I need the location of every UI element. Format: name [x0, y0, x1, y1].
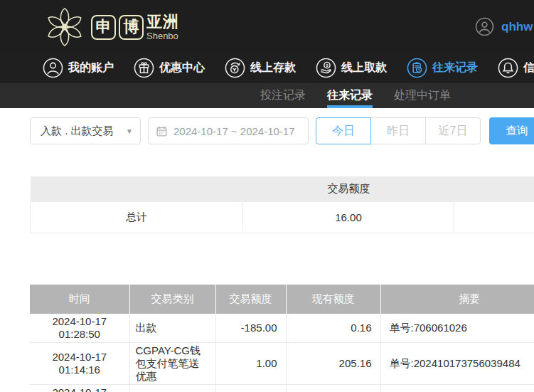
quick-date-button-group: 今日 昨日 近7日	[316, 117, 481, 144]
date-range-input[interactable]: 2024-10-17 ~ 2024-10-17	[148, 117, 309, 144]
col-header-amount: 交易额度	[215, 285, 286, 314]
summary-header-row: 交易额度	[31, 176, 534, 201]
cell-type: CGPAY支付	[129, 384, 215, 392]
promo-gift-icon	[134, 58, 154, 78]
cell-time: 2024-10-17 01:14:16	[30, 384, 129, 392]
cell-balance: 0.16	[286, 314, 380, 343]
col-header-type: 交易类别	[129, 285, 215, 314]
cell-type: 出款	[129, 314, 215, 343]
withdraw-hand-icon: $	[316, 58, 336, 78]
summary-total-label: 总计	[31, 201, 243, 233]
avatar-icon	[475, 17, 494, 36]
today-button[interactable]: 今日	[316, 117, 371, 144]
calendar-icon	[156, 125, 168, 137]
svg-text:$: $	[326, 63, 329, 67]
cell-type: CGPAY-CG钱包支付笔笔送优惠	[129, 342, 215, 384]
cell-balance: 205.16	[286, 342, 380, 384]
col-header-time: 时间	[30, 285, 129, 314]
main-nav: 我的账户 优惠中心 线上存款 $	[0, 53, 534, 82]
account-icon	[43, 58, 63, 78]
tab-transaction-records[interactable]: 往来记录	[327, 83, 373, 108]
cell-time: 2024-10-17 01:28:50	[30, 314, 129, 343]
search-button[interactable]: 查询	[489, 117, 534, 144]
col-header-balance: 现有额度	[286, 285, 380, 314]
nav-label: 我的账户	[68, 60, 114, 75]
select-value: 入款 . 出款交易	[41, 125, 114, 138]
nav-item-transaction-records[interactable]: 往来记录	[407, 58, 478, 78]
chevron-down-icon: ▼	[126, 127, 133, 135]
nav-item-my-account[interactable]: 我的账户	[43, 58, 114, 78]
summary-table: 交易额度 总计 16.00	[30, 176, 534, 233]
nav-label: 线上取款	[341, 60, 387, 75]
summary-empty-cell	[454, 201, 534, 233]
cell-amount: 1.00	[215, 342, 286, 384]
nav-label: 线上存款	[250, 60, 296, 75]
table-row: 2024-10-17 01:14:16 CGPAY支付 200.00 204.1…	[30, 384, 534, 392]
records-clipboard-icon	[407, 58, 427, 78]
tab-bet-records[interactable]: 投注记录	[260, 83, 306, 108]
nav-label: 优惠中心	[159, 60, 205, 75]
bell-icon	[498, 58, 518, 78]
nav-item-online-deposit[interactable]: 线上存款	[225, 58, 296, 78]
nav-label: 信息	[523, 60, 534, 75]
cell-amount: 200.00	[215, 384, 286, 392]
date-range-value: 2024-10-17 ~ 2024-10-17	[173, 125, 295, 137]
cell-balance: 204.16	[286, 384, 380, 392]
table-row: 2024-10-17 01:14:16 CGPAY-CG钱包支付笔笔送优惠 1.…	[30, 342, 534, 384]
cell-amount: -185.00	[215, 314, 286, 343]
tab-processing-orders[interactable]: 处理中订单	[394, 83, 451, 108]
table-row: 2024-10-17 01:28:50 出款 -185.00 0.16 单号:7…	[30, 314, 534, 343]
top-header: 申 博 亚洲 Shenbo qhhw	[0, 0, 534, 53]
flower-logo-icon	[43, 6, 87, 48]
yesterday-button[interactable]: 昨日	[370, 117, 426, 144]
cell-memo: 单号:202410173756039484	[380, 342, 534, 384]
nav-item-online-withdraw[interactable]: $ 线上取款	[316, 58, 387, 78]
record-tab-bar: 投注记录 往来记录 处理中订单	[0, 82, 534, 108]
cell-time: 2024-10-17 01:14:16	[30, 342, 129, 384]
summary-total-value: 16.00	[243, 201, 454, 233]
site-logo[interactable]: 申 博 亚洲 Shenbo	[43, 6, 179, 48]
filter-row: 入款 . 出款交易 ▼ 2024-10-17 ~ 2024-10-17 今日 昨…	[0, 108, 534, 144]
transaction-type-select[interactable]: 入款 . 出款交易 ▼	[30, 117, 141, 144]
page: 申 博 亚洲 Shenbo qhhw 我的账户	[0, 0, 534, 392]
deposit-coin-icon	[225, 58, 245, 78]
nav-item-promo-center[interactable]: 优惠中心	[134, 58, 205, 78]
username-link[interactable]: qhhw	[501, 20, 533, 34]
logo-char-box: 博	[119, 15, 144, 40]
logo-char-box: 申	[91, 15, 116, 40]
nav-item-messages[interactable]: 信息	[498, 58, 534, 78]
transactions-table: 时间 交易类别 交易额度 现有额度 摘要 2024-10-17 01:28:50…	[30, 285, 534, 392]
user-area[interactable]: qhhw	[475, 17, 533, 36]
logo-subtitle: Shenbo	[146, 31, 179, 41]
transactions-header-row: 时间 交易类别 交易额度 现有额度 摘要	[30, 285, 534, 314]
summary-total-row: 总计 16.00	[31, 201, 534, 233]
last-7-days-button[interactable]: 近7日	[425, 117, 481, 144]
logo-region-text: 亚洲	[146, 14, 179, 30]
col-header-memo: 摘要	[380, 285, 534, 314]
summary-header-cell: 交易额度	[31, 176, 534, 201]
content-area: 入款 . 出款交易 ▼ 2024-10-17 ~ 2024-10-17 今日 昨…	[0, 108, 534, 392]
cell-memo: 单号:202410173756039484	[380, 384, 534, 392]
nav-label: 往来记录	[432, 60, 478, 75]
cell-memo: 单号:706061026	[380, 314, 534, 343]
